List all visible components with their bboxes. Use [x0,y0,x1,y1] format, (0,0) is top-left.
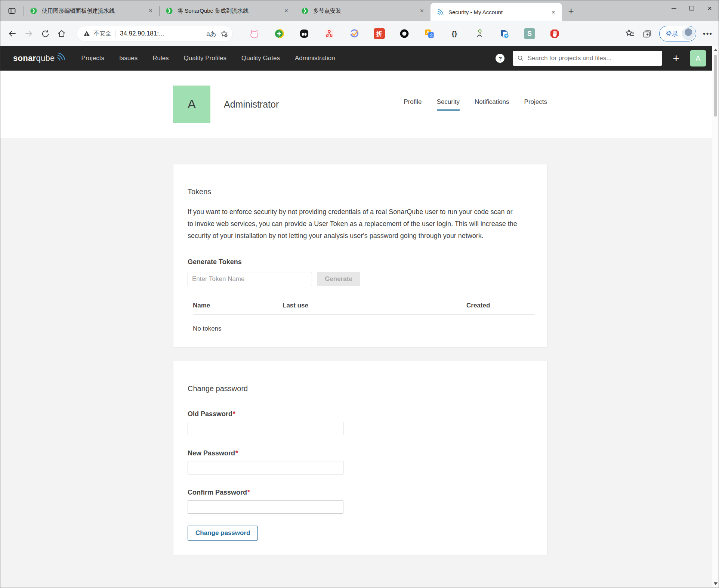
tab-projects[interactable]: Projects [524,98,547,111]
browser-tab-bar: 使用图形编辑面板创建流水线 × 将 SonarQube 集成到流水线 × 多节点… [0,0,719,21]
address-bar-divider [115,30,115,37]
translate-icon[interactable]: A文 [424,28,435,39]
extensions-row: 折 A文 {} S [249,28,560,39]
confirm-password-group: Confirm Password* [188,489,528,514]
address-bar[interactable]: 不安全 34.92.90.181:... aあ [77,26,233,41]
tab-security[interactable]: Security [437,98,460,111]
column-header-created: Created [466,302,535,315]
collections-button[interactable] [642,28,652,39]
tab-close-icon[interactable]: × [550,9,557,16]
tab-notifications[interactable]: Notifications [475,98,509,111]
generate-token-form: Generate [188,272,528,286]
refresh-button[interactable] [37,25,53,42]
black-double-dot-icon[interactable] [299,28,310,39]
tab-title: Security - My Account [448,9,550,15]
search-input[interactable] [527,55,658,62]
confirm-password-input[interactable] [188,500,343,514]
tab-close-icon[interactable]: × [147,7,154,15]
back-icon [7,29,17,38]
scrollbar-down-arrow-icon[interactable] [714,582,718,585]
stop-hand-icon[interactable] [549,28,560,39]
tab-actions-button[interactable] [0,0,24,21]
close-icon: × [707,4,712,12]
home-icon [57,29,67,38]
generate-button[interactable]: Generate [317,272,360,286]
account-avatar: A [173,86,210,123]
change-password-card: Change password Old Password* New Passwo… [173,361,547,556]
help-button[interactable]: ? [496,54,504,63]
nav-item-issues[interactable]: Issues [119,55,138,62]
signin-label: 登录 [666,30,678,38]
back-button[interactable] [4,25,21,42]
column-header-last-use: Last use [283,302,466,315]
more-menu-button[interactable]: ••• [703,30,713,38]
token-name-input[interactable] [188,272,312,286]
nav-item-quality-gates[interactable]: Quality Gates [241,55,280,62]
tab-docs-multinode[interactable]: 多节点安装 × [295,0,431,21]
maximize-button[interactable] [683,0,701,16]
toolbar-right-cluster: 登录 ••• [618,26,713,41]
tab-close-icon[interactable]: × [283,7,290,15]
zhe-discount-icon[interactable]: 折 [374,28,385,39]
tokens-card: Tokens If you want to enforce security b… [173,164,547,348]
cat-icon[interactable] [249,28,260,39]
signin-button[interactable]: 登录 [659,26,696,41]
nav-item-quality-profiles[interactable]: Quality Profiles [184,55,226,62]
minimize-button[interactable] [665,0,683,16]
toolbar-divider [618,29,618,38]
black-ring-icon[interactable] [399,28,410,39]
scrollbar-up-arrow-icon[interactable] [714,49,718,51]
forward-button[interactable] [21,25,37,42]
not-secure-label[interactable]: 不安全 [93,30,111,38]
check-circle-icon[interactable] [349,28,360,39]
s-glyph: S [527,30,532,38]
required-mark: * [247,489,250,496]
translate-page-button[interactable]: aあ [206,30,216,38]
flowchart-icon[interactable] [324,28,335,39]
tab-docs-pipeline[interactable]: 使用图形编辑面板创建流水线 × [24,0,159,21]
s-square-icon[interactable]: S [524,28,535,39]
tab-docs-sonarqube[interactable]: 将 SonarQube 集成到流水线 × [160,0,295,21]
tokens-table: Name Last use Created No tokens [193,302,535,332]
required-mark: * [235,449,238,457]
nav-item-rules[interactable]: Rules [152,55,169,62]
scrollbar-thumb[interactable] [714,55,717,117]
no-tokens-text: No tokens [193,315,535,333]
change-password-button[interactable]: Change password [188,526,258,541]
old-password-input[interactable] [188,422,343,435]
green-plus-circle-icon[interactable] [274,28,285,39]
new-password-input[interactable] [188,461,343,474]
home-button[interactable] [53,25,70,42]
label-text: New Password [188,449,235,457]
column-header-name: Name [193,302,283,315]
tab-profile[interactable]: Profile [404,98,422,111]
sonarqube-nav-items: Projects Issues Rules Quality Profiles Q… [81,55,335,62]
minimize-icon [672,8,676,9]
tab-security-my-account[interactable]: Security - My Account × [431,3,562,21]
person-writing-icon[interactable] [474,28,485,39]
sonarqube-logo[interactable]: sonarqube [13,53,66,63]
user-avatar[interactable]: A [690,50,706,66]
label-text: Confirm Password [188,489,247,496]
profile-avatar [682,27,695,40]
main-content: Tokens If you want to enforce security b… [0,138,719,588]
docs-favicon-icon [166,7,173,15]
page-scrollbar[interactable] [712,46,719,587]
global-search[interactable] [513,51,662,66]
tab-close-icon[interactable]: × [419,7,425,15]
url-text[interactable]: 34.92.90.181:... [120,30,203,37]
nav-item-projects[interactable]: Projects [81,55,104,62]
navbar-right-cluster: ? + A [496,50,706,66]
document-share-icon[interactable] [499,28,510,39]
old-password-group: Old Password* [188,410,528,435]
braces-icon[interactable]: {} [449,28,460,39]
favorite-star-add-icon[interactable] [220,30,228,38]
add-project-button[interactable]: + [670,52,682,65]
sonar-swoosh-icon [56,52,66,62]
nav-item-administration[interactable]: Administration [295,55,335,62]
forward-icon [24,29,34,38]
maximize-icon [689,6,694,10]
close-button[interactable]: × [701,0,719,16]
favorites-hub-button[interactable] [625,28,635,39]
new-tab-button[interactable]: + [562,0,580,21]
